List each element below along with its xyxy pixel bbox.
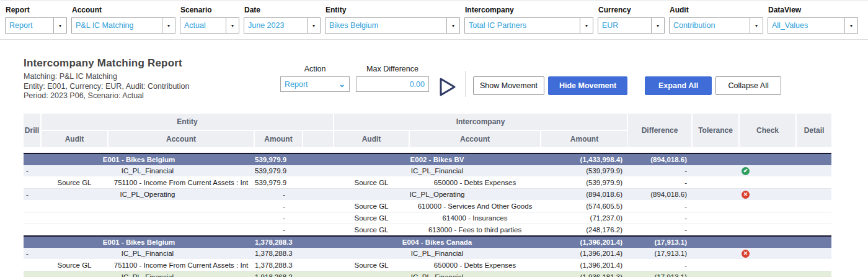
entity-amount-cell: 539,979.9 <box>254 176 303 188</box>
max-difference-input[interactable] <box>356 76 429 92</box>
dropdown-arrow-icon: ▾ <box>580 18 593 33</box>
header-entity-amount: Amount <box>254 130 303 148</box>
filter-label: Entity <box>326 6 460 14</box>
filter-dataview: DataViewAll_Values▾ <box>768 4 858 34</box>
entity-account-cell <box>108 200 254 212</box>
dropdown-arrow-icon: ▾ <box>844 18 857 33</box>
intercompany-account-cell: 650000 - Debts Expenses <box>409 176 541 188</box>
dropdown-arrow-icon: ▾ <box>307 18 320 33</box>
entity-amount-cell: 539,979.9 <box>254 153 303 165</box>
header-intercompany-audit: Audit <box>334 130 409 148</box>
scenario-dropdown[interactable]: Actual▾ <box>180 17 239 34</box>
detail-cell <box>796 224 831 236</box>
filter-label: Currency <box>598 6 665 14</box>
filter-currency: CurrencyEUR▾ <box>598 4 665 34</box>
intercompany-account-cell: IC_PL_Financial <box>334 165 541 177</box>
hide-movement-button[interactable]: Hide Movement <box>548 76 627 95</box>
entity-amount-cell: 1,378,288.3 <box>254 248 303 260</box>
account-dropdown[interactable]: P&L IC Matching▾ <box>71 17 175 34</box>
detail-cell <box>796 153 831 165</box>
check-cell <box>739 224 796 236</box>
intercompany-account-cell: 614000 - Insurances <box>409 212 541 224</box>
entity-dropdown[interactable]: Bikes Belgium▾ <box>325 17 460 34</box>
action-select[interactable]: Report ⌄ <box>280 76 350 92</box>
drill-cell[interactable]: - <box>24 248 41 260</box>
difference-cell: - <box>627 224 692 236</box>
check-cell: ✕ <box>739 248 796 260</box>
currency-dropdown[interactable]: EUR▾ <box>598 17 665 34</box>
tolerance-cell <box>692 188 739 200</box>
chevron-down-icon: ⌄ <box>339 81 345 88</box>
header-intercompany-amount: Amount <box>541 130 627 148</box>
tolerance-cell <box>692 212 739 224</box>
table-row: -Source GL614000 - Insurances(71,237.0)- <box>24 212 831 224</box>
table-row: IC_PL_Financial1,918,268.2IC_PL_Financia… <box>24 271 831 277</box>
detail-cell <box>796 271 831 277</box>
intercompany-account-cell: 613000 - Fees to third parties <box>409 224 541 236</box>
detail-cell <box>796 176 831 188</box>
header-spacer <box>303 130 334 148</box>
action-group: Action Report ⌄ <box>280 65 350 92</box>
difference-cell: (894,018.6) <box>627 188 692 200</box>
tolerance-cell <box>692 176 739 188</box>
intercompany-amount-cell: (1,396,201.4) <box>541 236 627 248</box>
spacer-cell <box>303 188 334 200</box>
entity-audit-cell <box>41 212 108 224</box>
play-icon <box>439 89 456 99</box>
table-row: Source GL751100 - Income From Current As… <box>24 176 831 188</box>
detail-cell <box>796 236 831 248</box>
check-cell <box>739 153 796 165</box>
report-dropdown[interactable]: Report▾ <box>5 17 67 34</box>
tolerance-cell <box>692 165 739 177</box>
dropdown-value: EUR <box>598 21 618 30</box>
dropdown-arrow-icon: ▾ <box>226 18 239 33</box>
table-row: Source GL751100 - Income From Current As… <box>24 259 831 271</box>
intercompany-amount-cell: (248,176.2) <box>541 224 627 236</box>
check-error-icon: ✕ <box>742 191 750 199</box>
collapse-all-button[interactable]: Collapse All <box>715 76 781 95</box>
difference-cell: (894,018.6) <box>627 153 692 165</box>
entity-amount-cell: 1,918,268.2 <box>254 271 303 277</box>
check-cell <box>739 176 796 188</box>
drill-cell[interactable]: - <box>24 165 41 177</box>
tolerance-cell <box>692 224 739 236</box>
table-row: -Source GL613000 - Fees to third parties… <box>24 224 831 236</box>
run-button[interactable] <box>439 77 456 99</box>
show-movement-button[interactable]: Show Movement <box>473 76 544 95</box>
table-row[interactable]: E001 - Bikes Belgium1,378,288.3E004 - Bi… <box>24 236 831 248</box>
entity-audit-cell <box>41 224 108 236</box>
entity-name-cell: E001 - Bikes Belgium <box>24 236 254 248</box>
entity-amount-cell: 1,378,288.3 <box>254 236 303 248</box>
difference-cell: - <box>627 200 692 212</box>
intercompany-amount-cell: (1,936,181.3) <box>541 271 627 277</box>
intercompany-amount-cell: (1,396,201.4) <box>541 259 627 271</box>
entity-account-cell: IC_PL_Operating <box>41 188 254 200</box>
dropdown-value: Bikes Belgium <box>326 21 378 30</box>
dataview-dropdown[interactable]: All_Values▾ <box>768 17 858 34</box>
divider <box>465 71 466 97</box>
header-tolerance: Tolerance <box>692 114 739 148</box>
intercompany-account-cell: IC_PL_Financial <box>334 271 541 277</box>
drill-cell[interactable]: - <box>24 188 41 200</box>
header-entity-audit: Audit <box>41 130 108 148</box>
drill-cell <box>24 224 41 236</box>
date-dropdown[interactable]: June 2023▾ <box>244 17 321 34</box>
intercompany-dropdown[interactable]: Total IC Partners▾ <box>464 17 593 34</box>
table-row[interactable]: E001 - Bikes Belgium539,979.9E002 - Bike… <box>24 153 831 165</box>
difference-cell: - <box>627 176 692 188</box>
page-title: Intercompany Matching Report <box>24 57 280 70</box>
dropdown-value: Report <box>6 21 33 30</box>
difference-cell: (17,913.1) <box>627 236 692 248</box>
filter-label: Report <box>6 6 67 14</box>
dropdown-value: Total IC Partners <box>465 21 526 30</box>
expand-all-button[interactable]: Expand All <box>645 76 712 95</box>
spacer-cell <box>303 259 334 271</box>
intercompany-audit-cell: Source GL <box>334 259 409 271</box>
filter-label: Scenario <box>180 6 239 14</box>
audit-dropdown[interactable]: Contribution▾ <box>669 17 763 34</box>
report-subtitle-matching: Matching: P&L IC Matching <box>24 72 280 82</box>
tolerance-cell <box>692 271 739 277</box>
table-row: -Source GL610000 - Services And Other Go… <box>24 200 831 212</box>
filter-entity: EntityBikes Belgium▾ <box>325 4 460 34</box>
entity-account-cell: IC_PL_Financial <box>41 248 254 260</box>
